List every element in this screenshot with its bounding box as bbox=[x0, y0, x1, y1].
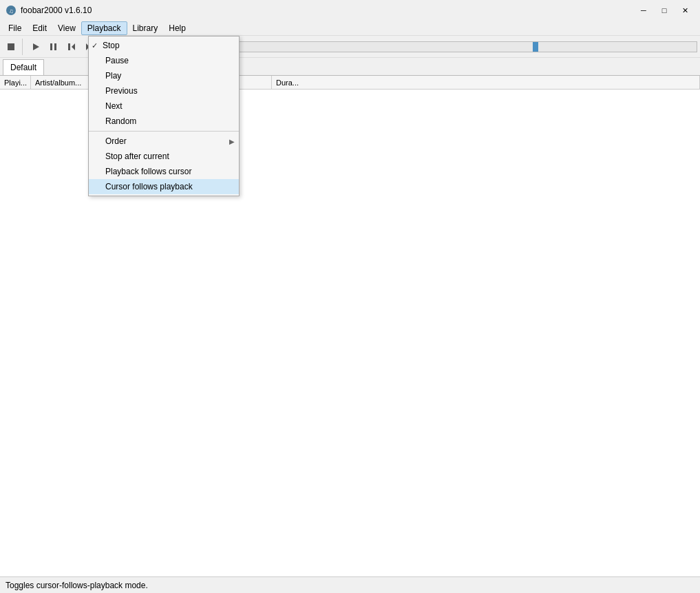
menubar: File Edit View Playback Library Help bbox=[0, 21, 700, 36]
volume-bar[interactable] bbox=[227, 41, 697, 52]
pause-button[interactable] bbox=[45, 39, 62, 55]
check-icon: ✓ bbox=[92, 41, 103, 50]
app-icon: ♫ bbox=[6, 5, 17, 16]
stop-button[interactable] bbox=[3, 39, 19, 55]
col-playing[interactable]: Playi... bbox=[0, 76, 31, 89]
menu-item-next[interactable]: Next bbox=[89, 98, 239, 114]
statusbar-text: Toggles cursor-follows-playback mode. bbox=[6, 581, 148, 590]
window-controls: ─ □ ✕ bbox=[634, 3, 694, 18]
menu-stop-after-current-label: Stop after current bbox=[105, 152, 225, 161]
menu-item-playback-follows-cursor[interactable]: Playback follows cursor bbox=[89, 164, 239, 179]
menu-order-label: Order bbox=[105, 136, 225, 146]
minimize-button[interactable]: ─ bbox=[634, 3, 653, 18]
tab-default[interactable]: Default bbox=[3, 59, 44, 75]
close-button[interactable]: ✕ bbox=[675, 3, 694, 18]
prev-button[interactable] bbox=[63, 39, 80, 55]
svg-marker-3 bbox=[33, 43, 39, 50]
menu-help[interactable]: Help bbox=[163, 21, 191, 35]
menu-stop-label: Stop bbox=[103, 41, 225, 50]
menu-library[interactable]: Library bbox=[127, 21, 164, 35]
menu-playback-follows-cursor-label: Playback follows cursor bbox=[105, 167, 225, 176]
menu-item-random[interactable]: Random bbox=[89, 114, 239, 129]
menu-play-label: Play bbox=[105, 71, 225, 81]
playback-menu: ✓ Stop Pause Play Previous Next Random bbox=[88, 36, 240, 196]
maximize-button[interactable]: □ bbox=[655, 3, 674, 18]
menu-item-stop-after-current[interactable]: Stop after current bbox=[89, 149, 239, 164]
menu-previous-label: Previous bbox=[105, 86, 225, 96]
svg-rect-7 bbox=[68, 43, 70, 50]
statusbar: Toggles cursor-follows-playback mode. bbox=[0, 576, 700, 593]
menu-random-label: Random bbox=[105, 116, 225, 126]
menu-next-label: Next bbox=[105, 101, 225, 111]
col-duration[interactable]: Dura... bbox=[272, 76, 700, 89]
toolbar-sep-1 bbox=[22, 39, 25, 55]
menu-item-stop[interactable]: ✓ Stop bbox=[89, 38, 239, 53]
titlebar: ♫ foobar2000 v1.6.10 ─ □ ✕ bbox=[0, 0, 700, 21]
menu-item-cursor-follows-playback[interactable]: Cursor follows playback bbox=[89, 179, 239, 194]
volume-knob bbox=[533, 42, 538, 52]
menu-item-previous[interactable]: Previous bbox=[89, 83, 239, 98]
svg-rect-4 bbox=[50, 43, 52, 50]
menu-playback[interactable]: Playback bbox=[81, 21, 127, 35]
menu-edit[interactable]: Edit bbox=[27, 21, 52, 35]
titlebar-left: ♫ foobar2000 v1.6.10 bbox=[6, 5, 92, 16]
menu-pause-label: Pause bbox=[105, 56, 225, 65]
svg-rect-2 bbox=[8, 43, 14, 50]
svg-rect-5 bbox=[54, 43, 56, 50]
app-title: foobar2000 v1.6.10 bbox=[21, 6, 92, 15]
menu-item-play[interactable]: Play bbox=[89, 68, 239, 83]
menu-item-pause[interactable]: Pause bbox=[89, 53, 239, 68]
menu-file[interactable]: File bbox=[3, 21, 27, 35]
svg-text:♫: ♫ bbox=[9, 8, 14, 14]
menu-separator bbox=[89, 131, 239, 132]
menu-view[interactable]: View bbox=[52, 21, 81, 35]
play-button[interactable] bbox=[28, 39, 44, 55]
submenu-arrow-icon: ▶ bbox=[229, 138, 235, 145]
menu-item-order[interactable]: Order ▶ bbox=[89, 134, 239, 149]
volume-area bbox=[227, 41, 697, 52]
svg-marker-6 bbox=[72, 43, 75, 50]
menu-cursor-follows-playback-label: Cursor follows playback bbox=[105, 182, 225, 191]
